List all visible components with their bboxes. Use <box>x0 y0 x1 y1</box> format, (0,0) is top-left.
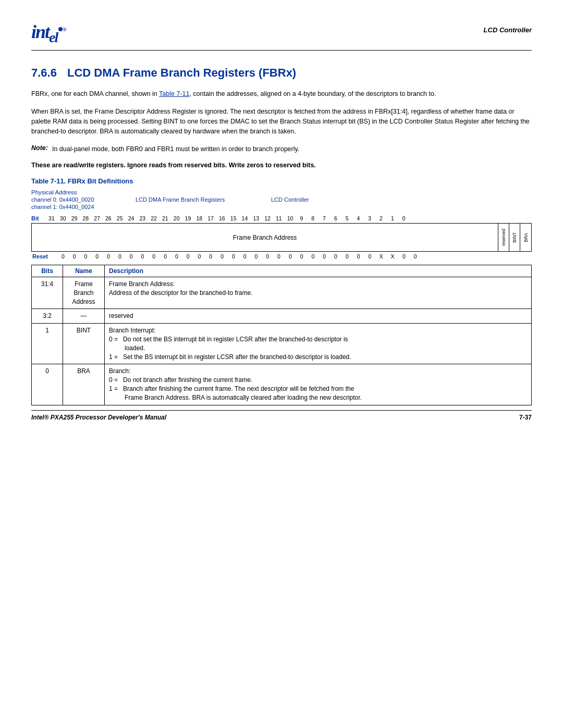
bit-25: 25 <box>114 215 126 221</box>
rv-5: 0 <box>353 253 364 260</box>
channel0-addr: channel 0: 0x4400_0020 <box>31 196 104 203</box>
logo-el: el <box>49 29 57 45</box>
header-section-label: LCD Controller <box>484 21 532 34</box>
desc-cell-bint: Branch Interrupt: 0 = Do not set the BS … <box>105 324 532 364</box>
bit-6: 6 <box>330 215 341 221</box>
note-label: Note: <box>31 144 48 154</box>
bit-7: 7 <box>319 215 330 221</box>
logo-text-int: int <box>31 21 49 42</box>
bit-16: 16 <box>216 215 228 221</box>
table-link[interactable]: Table 7-11 <box>159 90 189 97</box>
bit-11: 11 <box>273 215 285 221</box>
rv-27: 0 <box>103 253 114 260</box>
bit-12: 12 <box>262 215 273 221</box>
rv-28: 0 <box>91 253 103 260</box>
bit-18: 18 <box>193 215 205 221</box>
rv-0: 0 <box>410 253 421 260</box>
rv-26: 0 <box>114 253 126 260</box>
desc-cell-reserved: reserved <box>105 309 532 324</box>
bit-27: 27 <box>91 215 103 221</box>
bit-0: 0 <box>398 215 410 221</box>
phys-addr-row-1: channel 1: 0x4400_0024 <box>31 204 532 210</box>
intel-logo-area: intel® <box>31 21 66 46</box>
register-diagram: Frame Branch Address reserved BINT BRA <box>31 223 532 252</box>
bint-label: BINT <box>512 232 517 242</box>
rv-12: 0 <box>273 253 285 260</box>
rv-22: 0 <box>160 253 171 260</box>
section-title: 7.6.6LCD DMA Frame Branch Registers (FBR… <box>31 66 532 80</box>
desc-cell-bra: Branch: 0 = Do not branch after finishin… <box>105 364 532 405</box>
bit-20: 20 <box>171 215 182 221</box>
bit-13: 13 <box>250 215 262 221</box>
rv-2: X <box>387 253 398 260</box>
bit-8: 8 <box>307 215 319 221</box>
bit-26: 26 <box>103 215 114 221</box>
rv-29: 0 <box>80 253 92 260</box>
bit-label: Bit <box>31 214 46 222</box>
bits-cell-314: 31:4 <box>32 277 63 309</box>
intel-logo: intel® <box>31 21 66 46</box>
footer-right: 7-37 <box>519 414 532 421</box>
rv-3: X <box>375 253 387 260</box>
rv-20: 0 <box>182 253 194 260</box>
bits-cell-32: 3:2 <box>32 309 63 324</box>
bits-cell-1: 1 <box>32 324 63 364</box>
logo-reg: ® <box>63 27 65 32</box>
reset-label: Reset <box>32 253 53 260</box>
col-header-desc: Description <box>105 265 532 277</box>
bold-instruction: These are read/write registers. Ignore r… <box>31 162 532 169</box>
phys-addr-row-0: channel 0: 0x4400_0020 LCD DMA Frame Bra… <box>31 196 532 203</box>
bit-4: 4 <box>353 215 364 221</box>
bit-28: 28 <box>80 215 91 221</box>
note-text: In dual-panel mode, both FBR0 and FBR1 m… <box>52 144 299 154</box>
table-row: 3:2 — reserved <box>32 309 532 324</box>
rv-30: 0 <box>69 253 80 260</box>
physical-address-section: Physical Address channel 0: 0x4400_0020 … <box>31 189 532 210</box>
rv-14: 0 <box>251 253 262 260</box>
bint-cell: BINT <box>509 224 520 251</box>
reg-name: LCD DMA Frame Branch Registers <box>136 196 240 203</box>
bit-17: 17 <box>205 215 216 221</box>
section-title-text: LCD DMA Frame Branch Registers (FBRx) <box>67 66 296 79</box>
bit-9: 9 <box>296 215 308 221</box>
bit-21: 21 <box>160 215 171 221</box>
rv-10: 0 <box>296 253 308 260</box>
reset-row: Reset 0 0 0 0 0 0 0 0 0 0 0 0 0 0 0 0 0 … <box>31 253 532 260</box>
rv-25: 0 <box>126 253 137 260</box>
rv-24: 0 <box>137 253 149 260</box>
bit-3: 3 <box>364 215 375 221</box>
bit-30: 30 <box>57 215 69 221</box>
bit-numbers-container: 31 30 29 28 27 26 25 24 23 22 21 20 19 1… <box>46 215 410 221</box>
table-row: 31:4 Frame Branch Address Frame Branch A… <box>32 277 532 309</box>
frame-branch-addr-cell: Frame Branch Address <box>32 224 498 251</box>
footer-left: Intel® PXA255 Processor Developer's Manu… <box>31 414 166 421</box>
bit-15: 15 <box>228 215 239 221</box>
rv-9: 0 <box>308 253 319 260</box>
name-cell-bra: BRA <box>63 364 105 405</box>
page-header: intel® LCD Controller <box>31 21 532 51</box>
bra-label: BRA <box>523 233 529 242</box>
rv-7: 0 <box>330 253 341 260</box>
name-cell-bint: BINT <box>63 324 105 364</box>
table-title: Table 7-11. FBRx Bit Definitions <box>31 177 532 185</box>
bit-22: 22 <box>148 215 160 221</box>
bit-10: 10 <box>285 215 296 221</box>
bit-2: 2 <box>375 215 387 221</box>
name-cell-fba: Frame Branch Address <box>63 277 105 309</box>
bit-14: 14 <box>239 215 251 221</box>
reserved-cell: reserved <box>498 224 509 251</box>
bit-29: 29 <box>69 215 80 221</box>
rv-15: 0 <box>239 253 251 260</box>
table-row: 0 BRA Branch: 0 = Do not branch after fi… <box>32 364 532 405</box>
body-para2: When BRA is set, the Frame Descriptor Ad… <box>31 107 532 137</box>
section-number: 7.6.6 <box>31 66 57 79</box>
bit-31: 31 <box>46 215 57 221</box>
phys-addr-label: Physical Address <box>31 189 532 195</box>
channel1-addr: channel 1: 0x4400_0024 <box>31 204 104 210</box>
rv-16: 0 <box>228 253 239 260</box>
rv-1: 0 <box>398 253 410 260</box>
controller-name: LCD Controller <box>271 196 309 203</box>
note-block: Note: In dual-panel mode, both FBR0 and … <box>31 144 532 154</box>
table-header-row: Bits Name Description <box>32 265 532 277</box>
page-footer: Intel® PXA255 Processor Developer's Manu… <box>31 410 532 421</box>
